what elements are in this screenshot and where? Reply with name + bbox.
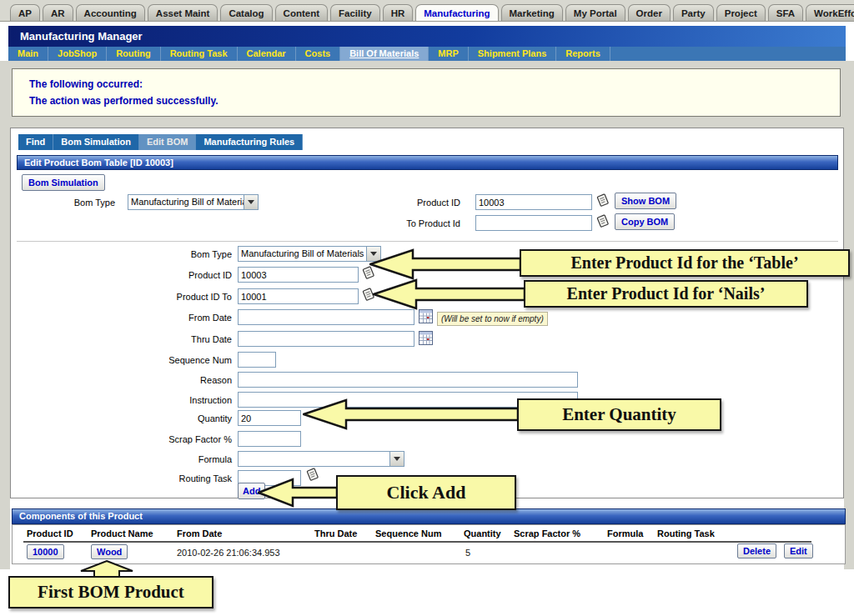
event-message-text: The action was performed successfully.	[29, 95, 840, 107]
show-bom-button[interactable]: Show BOM	[615, 193, 676, 209]
page-title: Manufacturing Manager	[20, 30, 143, 43]
components-section-title: Components of this Product	[12, 508, 846, 524]
from-date-label: From Date	[67, 313, 232, 323]
app-header: Manufacturing Manager	[8, 26, 846, 47]
nav-jobshop[interactable]: JobShop	[48, 47, 107, 61]
nav-mrp[interactable]: MRP	[429, 47, 468, 61]
top-bom-type-value: Manufacturing Bill of Materials	[128, 195, 244, 209]
product-id-input[interactable]	[238, 267, 359, 283]
edit-bom-section-title: Edit Product Bom Table [ID 10003]	[17, 155, 838, 170]
formula-select[interactable]	[238, 451, 404, 467]
nav-costs[interactable]: Costs	[296, 47, 341, 61]
app-tab-party[interactable]: Party	[673, 4, 714, 21]
top-bom-type-select[interactable]: Manufacturing Bill of Materials	[128, 194, 259, 210]
from-date-hint: (Will be set to now if empty)	[437, 312, 548, 326]
nav-routing-task[interactable]: Routing Task	[161, 47, 238, 61]
to-product-id-label: To Product Id	[375, 218, 460, 228]
left-gutter	[0, 128, 10, 569]
app-tab-content[interactable]: Content	[275, 4, 328, 21]
nav-calendar[interactable]: Calendar	[238, 47, 296, 61]
callout-arrow-first-bom	[80, 560, 133, 578]
callout-enter-quantity: Enter Quantity	[517, 398, 721, 431]
calendar-icon[interactable]	[419, 331, 433, 348]
callout-arrow-table	[369, 248, 521, 280]
nav-bill-of-materials[interactable]: Bill Of Materials	[340, 47, 429, 61]
col-formula: Formula	[607, 528, 643, 538]
thru-date-label: Thru Date	[67, 334, 232, 344]
app-tab-manufacturing[interactable]: Manufacturing	[415, 4, 498, 21]
from-date-input[interactable]	[238, 309, 414, 325]
app-tab-catalog[interactable]: Catalog	[220, 4, 272, 21]
lookup-icon[interactable]	[595, 193, 610, 212]
component-product-name-button[interactable]: Wood	[91, 544, 128, 559]
lookup-icon[interactable]	[595, 213, 610, 233]
top-bom-type-label: Bom Type	[33, 198, 115, 208]
app-tab-ar[interactable]: AR	[43, 4, 73, 21]
app-tab-asset-maint[interactable]: Asset Maint	[148, 4, 219, 21]
col-thru-date: Thru Date	[314, 528, 357, 538]
reason-input[interactable]	[238, 372, 578, 388]
product-id-to-label: Product ID To	[67, 292, 232, 302]
col-routing-task: Routing Task	[657, 528, 715, 538]
reason-label: Reason	[67, 375, 232, 385]
bom-simulation-button[interactable]: Bom Simulation	[22, 174, 105, 191]
callout-arrow-nails	[373, 278, 525, 310]
nav-routing[interactable]: Routing	[107, 47, 161, 61]
to-product-id-input[interactable]	[475, 215, 592, 231]
component-from-date: 2010-02-26 21:06:34.953	[177, 548, 280, 558]
app-tab-hr[interactable]: HR	[383, 4, 414, 21]
top-product-id-input[interactable]	[475, 194, 592, 210]
app-tab-my-portal[interactable]: My Portal	[565, 4, 625, 21]
event-message-box: The following occurred: The action was p…	[12, 68, 841, 117]
form-divider	[17, 241, 838, 242]
app-tab-workeffort[interactable]: WorkEffort	[806, 4, 854, 21]
bom-type-label: Bom Type	[67, 249, 232, 259]
app-tab-accounting[interactable]: Accounting	[76, 4, 145, 21]
nav-main[interactable]: Main	[8, 47, 48, 61]
thru-date-input[interactable]	[238, 331, 414, 347]
sequence-num-input[interactable]	[238, 352, 276, 368]
col-product-id: Product ID	[27, 528, 73, 538]
bom-type-select[interactable]: Manufacturing Bill of Materials	[238, 246, 381, 262]
edit-button[interactable]: Edit	[784, 543, 813, 558]
scrap-factor-label: Scrap Factor %	[67, 434, 232, 444]
app-tab-bar: AP AR Accounting Asset Maint Catalog Con…	[0, 0, 854, 22]
scrap-factor-input[interactable]	[238, 431, 301, 447]
bom-type-value: Manufacturing Bill of Materials	[239, 247, 366, 261]
copy-bom-button[interactable]: Copy BOM	[615, 213, 675, 230]
nav-reports[interactable]: Reports	[556, 47, 610, 61]
chevron-down-icon[interactable]	[244, 195, 258, 209]
app-tab-order[interactable]: Order	[628, 4, 671, 21]
app-tab-facility[interactable]: Facility	[330, 4, 380, 21]
col-quantity: Quantity	[464, 528, 501, 538]
app-tab-marketing[interactable]: Marketing	[501, 4, 563, 21]
callout-first-bom-product: First BOM Product	[8, 576, 214, 608]
product-id-label: Product ID	[67, 270, 232, 280]
nav-shipment-plans[interactable]: Shipment Plans	[469, 47, 557, 61]
col-product-name: Product Name	[91, 528, 153, 538]
callout-arrow-quantity	[303, 398, 519, 430]
calendar-icon[interactable]	[419, 309, 433, 327]
chevron-down-icon[interactable]	[389, 452, 404, 466]
screen: AP AR Accounting Asset Maint Catalog Con…	[0, 0, 854, 616]
tab-find[interactable]: Find	[18, 134, 53, 150]
app-tab-ap[interactable]: AP	[10, 4, 40, 21]
product-id-to-input[interactable]	[238, 288, 359, 304]
tab-bom-simulation[interactable]: Bom Simulation	[53, 134, 139, 150]
app-tab-project[interactable]: Project	[716, 4, 766, 21]
component-product-id-button[interactable]: 10000	[27, 544, 64, 559]
table-header-rule	[23, 541, 811, 543]
app-tab-sfa[interactable]: SFA	[768, 4, 803, 21]
callout-enter-product-id-table: Enter Product Id for the ‘Table’	[520, 249, 850, 277]
top-product-id-label: Product ID	[375, 198, 460, 208]
event-message-heading: The following occurred:	[29, 78, 840, 90]
tab-manufacturing-rules[interactable]: Manufacturing Rules	[196, 134, 303, 150]
formula-label: Formula	[67, 454, 232, 464]
quantity-input[interactable]	[238, 410, 301, 426]
col-scrap-factor: Scrap Factor %	[514, 528, 580, 538]
section-tab-bar: Find Bom Simulation Edit BOM Manufacturi…	[18, 134, 303, 150]
sequence-num-label: Sequence Num	[67, 355, 232, 365]
tab-edit-bom[interactable]: Edit BOM	[139, 134, 197, 150]
delete-button[interactable]: Delete	[737, 543, 776, 558]
callout-enter-product-id-nails: Enter Product Id for ‘Nails’	[524, 280, 808, 308]
